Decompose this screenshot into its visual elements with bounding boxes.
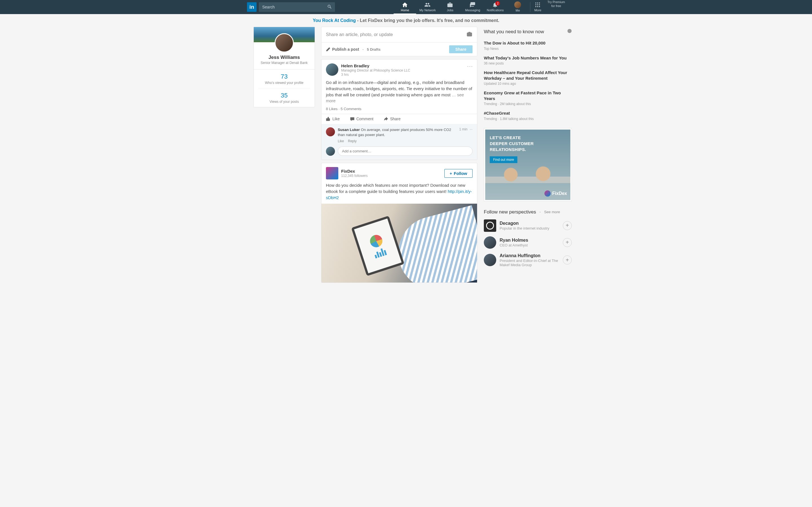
follow-plus-button[interactable]: + xyxy=(563,256,572,265)
svg-point-6 xyxy=(536,6,537,7)
news-item[interactable]: How Healthcare Repeal Could Affect Your … xyxy=(484,68,572,88)
advertisement[interactable]: LET'S CREATE DEEPER CUSTOMER RELATIONSHI… xyxy=(484,128,572,202)
comment-button[interactable]: Comment xyxy=(350,116,373,121)
comment-reply-button[interactable]: Reply xyxy=(348,139,357,143)
sponsored-image[interactable] xyxy=(321,204,477,283)
svg-point-0 xyxy=(536,3,537,4)
news-meta: Top News xyxy=(484,47,572,51)
add-comment-input[interactable] xyxy=(338,147,472,156)
like-button[interactable]: Like xyxy=(326,116,340,121)
ad-line2: DEEPER CUSTOMER xyxy=(490,140,566,147)
camera-icon[interactable] xyxy=(466,31,472,38)
nav-more[interactable]: More xyxy=(531,0,544,14)
nav-network-label: My Network xyxy=(419,8,436,12)
news-item[interactable]: What Today's Job Numbers Mean for You36 … xyxy=(484,53,572,68)
profile-title: Senior Manager at Denali Bank xyxy=(257,61,311,65)
follow-avatar[interactable] xyxy=(484,236,496,249)
composer-prompt-text: Share an article, photo, or update xyxy=(326,32,393,37)
comment-time: 1 min xyxy=(459,127,467,131)
home-icon xyxy=(402,2,408,8)
nav-home[interactable]: Home xyxy=(394,0,416,14)
comment-item: Susan LukerOn average, coal power plant … xyxy=(326,127,472,137)
search-input[interactable] xyxy=(259,2,335,12)
top-navigation: in Home My Network Jobs Messaging xyxy=(0,0,812,14)
profile-avatar[interactable] xyxy=(274,33,294,52)
commenter-avatar[interactable] xyxy=(326,127,335,136)
nav-jobs[interactable]: Jobs xyxy=(439,0,461,14)
nav-messaging[interactable]: Messaging xyxy=(461,0,484,14)
news-item[interactable]: The Dow is About to Hit 20,000Top News xyxy=(484,38,572,53)
drafts-label[interactable]: 5 Drafts xyxy=(367,47,380,52)
thumbs-up-icon xyxy=(326,116,331,121)
search-icon[interactable] xyxy=(327,4,332,10)
grid-icon xyxy=(535,2,541,8)
share-action-button[interactable]: Share xyxy=(384,116,400,121)
profile-name[interactable]: Jess Williams xyxy=(257,55,311,60)
follow-avatar[interactable] xyxy=(484,219,496,232)
nav-notifications[interactable]: 2 Notifications xyxy=(484,0,506,14)
sponsored-body: How do you decide which features are mos… xyxy=(321,179,477,203)
follow-button[interactable]: + Follow xyxy=(444,169,472,178)
briefcase-icon xyxy=(447,2,453,8)
nav-network[interactable]: My Network xyxy=(416,0,439,14)
svg-point-5 xyxy=(539,4,540,5)
see-more-link[interactable]: See more xyxy=(544,210,560,214)
post-stats: 8 Likes · 5 Comments xyxy=(321,107,477,114)
my-comment-avatar xyxy=(326,147,335,156)
stat-post-views[interactable]: 35 Views of your posts xyxy=(258,88,310,107)
company-avatar[interactable] xyxy=(326,167,338,179)
follow-heading-text: Follow new perspectives xyxy=(484,209,536,215)
publish-post-button[interactable]: Publish a post · 5 Drafts xyxy=(326,47,380,52)
news-item[interactable]: Economy Grew at Fastest Pace in Two Year… xyxy=(484,88,572,108)
post-time: 3 hrs xyxy=(341,73,410,76)
likes-count[interactable]: 8 Likes xyxy=(326,107,338,111)
speech-icon xyxy=(350,116,355,121)
post-menu-icon[interactable]: ··· xyxy=(467,63,473,69)
nav-me[interactable]: Me xyxy=(506,0,529,14)
promo-banner[interactable]: You Rock At Coding - Let FixDex bring yo… xyxy=(0,14,812,27)
news-item[interactable]: #ChaseGreatTrending · 1.8M talking about… xyxy=(484,108,572,123)
comments-count[interactable]: 5 Comments xyxy=(341,107,361,111)
author-name[interactable]: Helen Bradley xyxy=(341,63,410,68)
comment-menu-icon[interactable]: ··· xyxy=(470,127,472,131)
premium-link[interactable]: Try Premium for free xyxy=(547,0,565,14)
people-icon xyxy=(424,2,430,8)
follow-plus-button[interactable]: + xyxy=(563,221,572,230)
composer-prompt[interactable]: Share an article, photo, or update xyxy=(321,27,477,42)
messaging-icon xyxy=(469,2,476,8)
follow-name[interactable]: Ryan Holmes xyxy=(500,238,559,243)
follow-item: Arianna HuffingtonPresident and Editor-i… xyxy=(484,249,572,267)
premium-line2: for free xyxy=(547,4,565,8)
news-meta: 36 new posts xyxy=(484,61,572,65)
sponsored-text: How do you decide which features are mos… xyxy=(326,183,465,194)
avatar xyxy=(514,1,521,8)
post-text: Go all in on infrastructure—digital and … xyxy=(326,80,472,97)
share-button[interactable]: Share xyxy=(449,45,472,53)
follow-name[interactable]: Decagon xyxy=(500,221,559,226)
commenter-name[interactable]: Susan Luker xyxy=(338,128,360,132)
premium-line1: Try Premium xyxy=(547,0,565,4)
stats-sep: · xyxy=(339,107,340,111)
profile-card: Jess Williams Senior Manager at Denali B… xyxy=(254,27,315,107)
nav-divider xyxy=(530,2,530,12)
follow-sep: · xyxy=(539,209,541,215)
follow-item: DecagonPopular in the internet industry+ xyxy=(484,215,572,232)
comment-like-button[interactable]: Like xyxy=(338,139,344,143)
stat-profile-views[interactable]: 73 Who's viewed your profile xyxy=(254,69,315,88)
news-meta: Trending · 2M talking about this xyxy=(484,102,572,106)
info-icon[interactable] xyxy=(567,29,572,35)
ad-brand-name: FixDex xyxy=(552,191,567,196)
pencil-icon xyxy=(326,47,331,52)
news-title: How Healthcare Repeal Could Affect Your … xyxy=(484,70,572,81)
company-name[interactable]: FixDex xyxy=(341,169,368,173)
news-meta: Updated 10 mins ago xyxy=(484,82,572,86)
author-avatar[interactable] xyxy=(326,63,338,76)
feed-post: Helen Bradley Managing Director at Philo… xyxy=(321,59,477,160)
follow-name[interactable]: Arianna Huffington xyxy=(500,253,559,258)
nav-notifications-label: Notifications xyxy=(487,8,504,12)
follow-avatar[interactable] xyxy=(484,254,496,266)
linkedin-logo[interactable]: in xyxy=(247,2,257,12)
follow-plus-button[interactable]: + xyxy=(563,238,572,247)
news-title: The Dow is About to Hit 20,000 xyxy=(484,40,572,46)
ad-brand: FixDex xyxy=(545,190,567,196)
